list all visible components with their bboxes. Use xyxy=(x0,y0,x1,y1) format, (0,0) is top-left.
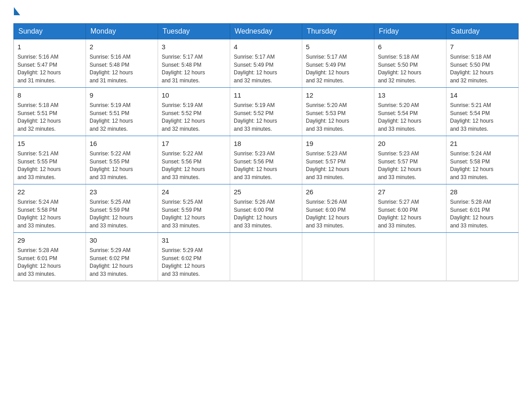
calendar-cell: 18 Sunrise: 5:23 AMSunset: 5:56 PMDaylig… xyxy=(230,136,302,184)
day-info: Sunrise: 5:19 AMSunset: 5:52 PMDaylight:… xyxy=(162,102,205,132)
day-info: Sunrise: 5:22 AMSunset: 5:55 PMDaylight:… xyxy=(90,150,133,180)
day-number: 25 xyxy=(234,187,298,197)
calendar-cell: 17 Sunrise: 5:22 AMSunset: 5:56 PMDaylig… xyxy=(158,136,230,184)
day-number: 18 xyxy=(234,139,298,148)
day-info: Sunrise: 5:25 AMSunset: 5:59 PMDaylight:… xyxy=(162,199,205,229)
calendar-cell: 21 Sunrise: 5:24 AMSunset: 5:58 PMDaylig… xyxy=(446,136,519,184)
calendar-cell: 11 Sunrise: 5:19 AMSunset: 5:52 PMDaylig… xyxy=(230,88,302,136)
day-number: 17 xyxy=(162,139,226,148)
day-info: Sunrise: 5:28 AMSunset: 6:01 PMDaylight:… xyxy=(450,199,493,229)
calendar-cell: 30 Sunrise: 5:29 AMSunset: 6:02 PMDaylig… xyxy=(86,233,158,281)
logo-arrow-icon xyxy=(14,7,20,15)
calendar-cell: 25 Sunrise: 5:26 AMSunset: 6:00 PMDaylig… xyxy=(230,184,302,233)
calendar-week-2: 8 Sunrise: 5:18 AMSunset: 5:51 PMDayligh… xyxy=(14,88,519,136)
day-info: Sunrise: 5:17 AMSunset: 5:49 PMDaylight:… xyxy=(234,54,277,84)
calendar-header-row: SundayMondayTuesdayWednesdayThursdayFrid… xyxy=(14,24,519,39)
calendar-header-thursday: Thursday xyxy=(302,24,374,39)
day-number: 29 xyxy=(17,235,82,245)
day-info: Sunrise: 5:23 AMSunset: 5:57 PMDaylight:… xyxy=(378,150,421,180)
day-info: Sunrise: 5:17 AMSunset: 5:49 PMDaylight:… xyxy=(306,54,349,84)
page-header xyxy=(13,9,519,14)
day-info: Sunrise: 5:18 AMSunset: 5:51 PMDaylight:… xyxy=(17,102,61,132)
day-info: Sunrise: 5:24 AMSunset: 5:58 PMDaylight:… xyxy=(450,150,493,180)
calendar-cell: 6 Sunrise: 5:18 AMSunset: 5:50 PMDayligh… xyxy=(374,39,446,88)
calendar-cell: 27 Sunrise: 5:27 AMSunset: 6:00 PMDaylig… xyxy=(374,184,446,233)
day-info: Sunrise: 5:21 AMSunset: 5:55 PMDaylight:… xyxy=(17,150,61,180)
day-info: Sunrise: 5:16 AMSunset: 5:48 PMDaylight:… xyxy=(90,54,133,84)
calendar-table: SundayMondayTuesdayWednesdayThursdayFrid… xyxy=(13,23,519,281)
calendar-cell: 4 Sunrise: 5:17 AMSunset: 5:49 PMDayligh… xyxy=(230,39,302,88)
day-info: Sunrise: 5:24 AMSunset: 5:58 PMDaylight:… xyxy=(17,199,61,229)
calendar-cell: 26 Sunrise: 5:26 AMSunset: 6:00 PMDaylig… xyxy=(302,184,374,233)
calendar-cell: 31 Sunrise: 5:29 AMSunset: 6:02 PMDaylig… xyxy=(158,233,230,281)
day-info: Sunrise: 5:23 AMSunset: 5:57 PMDaylight:… xyxy=(306,150,349,180)
calendar-cell: 1 Sunrise: 5:16 AMSunset: 5:47 PMDayligh… xyxy=(14,39,86,88)
day-info: Sunrise: 5:25 AMSunset: 5:59 PMDaylight:… xyxy=(90,199,133,229)
day-number: 1 xyxy=(17,42,82,51)
day-number: 5 xyxy=(306,42,370,51)
day-number: 7 xyxy=(450,42,515,51)
day-info: Sunrise: 5:22 AMSunset: 5:56 PMDaylight:… xyxy=(162,150,205,180)
calendar-cell: 22 Sunrise: 5:24 AMSunset: 5:58 PMDaylig… xyxy=(14,184,86,233)
calendar-cell: 2 Sunrise: 5:16 AMSunset: 5:48 PMDayligh… xyxy=(86,39,158,88)
day-info: Sunrise: 5:20 AMSunset: 5:53 PMDaylight:… xyxy=(306,102,349,132)
calendar-cell: 10 Sunrise: 5:19 AMSunset: 5:52 PMDaylig… xyxy=(158,88,230,136)
day-number: 2 xyxy=(90,42,154,51)
calendar-cell: 13 Sunrise: 5:20 AMSunset: 5:54 PMDaylig… xyxy=(374,88,446,136)
calendar-cell xyxy=(374,233,446,281)
day-number: 6 xyxy=(378,42,442,51)
day-number: 11 xyxy=(234,90,298,100)
day-info: Sunrise: 5:18 AMSunset: 5:50 PMDaylight:… xyxy=(378,54,421,84)
day-number: 23 xyxy=(90,187,154,197)
calendar-week-1: 1 Sunrise: 5:16 AMSunset: 5:47 PMDayligh… xyxy=(14,39,519,88)
calendar-header-saturday: Saturday xyxy=(446,24,519,39)
day-number: 8 xyxy=(17,90,82,100)
calendar-cell: 14 Sunrise: 5:21 AMSunset: 5:54 PMDaylig… xyxy=(446,88,519,136)
calendar-cell: 7 Sunrise: 5:18 AMSunset: 5:50 PMDayligh… xyxy=(446,39,519,88)
day-number: 19 xyxy=(306,139,370,148)
day-info: Sunrise: 5:16 AMSunset: 5:47 PMDaylight:… xyxy=(17,54,61,84)
day-info: Sunrise: 5:21 AMSunset: 5:54 PMDaylight:… xyxy=(450,102,493,132)
calendar-cell xyxy=(230,233,302,281)
day-number: 16 xyxy=(90,139,154,148)
day-info: Sunrise: 5:19 AMSunset: 5:51 PMDaylight:… xyxy=(90,102,133,132)
day-number: 14 xyxy=(450,90,515,100)
day-number: 12 xyxy=(306,90,370,100)
calendar-header-monday: Monday xyxy=(86,24,158,39)
day-number: 10 xyxy=(162,90,226,100)
day-info: Sunrise: 5:29 AMSunset: 6:02 PMDaylight:… xyxy=(162,247,205,277)
calendar-cell: 9 Sunrise: 5:19 AMSunset: 5:51 PMDayligh… xyxy=(86,88,158,136)
calendar-cell xyxy=(446,233,519,281)
calendar-cell: 20 Sunrise: 5:23 AMSunset: 5:57 PMDaylig… xyxy=(374,136,446,184)
day-number: 21 xyxy=(450,139,515,148)
day-number: 3 xyxy=(162,42,226,51)
day-number: 30 xyxy=(90,235,154,245)
day-number: 31 xyxy=(162,235,226,245)
day-info: Sunrise: 5:20 AMSunset: 5:54 PMDaylight:… xyxy=(378,102,421,132)
calendar-cell: 16 Sunrise: 5:22 AMSunset: 5:55 PMDaylig… xyxy=(86,136,158,184)
day-number: 28 xyxy=(450,187,515,197)
day-info: Sunrise: 5:18 AMSunset: 5:50 PMDaylight:… xyxy=(450,54,493,84)
logo xyxy=(13,9,20,14)
day-info: Sunrise: 5:26 AMSunset: 6:00 PMDaylight:… xyxy=(306,199,349,229)
calendar-cell: 15 Sunrise: 5:21 AMSunset: 5:55 PMDaylig… xyxy=(14,136,86,184)
day-number: 27 xyxy=(378,187,442,197)
calendar-header-sunday: Sunday xyxy=(14,24,86,39)
calendar-cell xyxy=(302,233,374,281)
day-info: Sunrise: 5:27 AMSunset: 6:00 PMDaylight:… xyxy=(378,199,421,229)
calendar-cell: 24 Sunrise: 5:25 AMSunset: 5:59 PMDaylig… xyxy=(158,184,230,233)
day-info: Sunrise: 5:29 AMSunset: 6:02 PMDaylight:… xyxy=(90,247,133,277)
calendar-cell: 29 Sunrise: 5:28 AMSunset: 6:01 PMDaylig… xyxy=(14,233,86,281)
day-number: 24 xyxy=(162,187,226,197)
day-number: 4 xyxy=(234,42,298,51)
calendar-header-friday: Friday xyxy=(374,24,446,39)
calendar-week-3: 15 Sunrise: 5:21 AMSunset: 5:55 PMDaylig… xyxy=(14,136,519,184)
day-info: Sunrise: 5:28 AMSunset: 6:01 PMDaylight:… xyxy=(17,247,61,277)
calendar-cell: 19 Sunrise: 5:23 AMSunset: 5:57 PMDaylig… xyxy=(302,136,374,184)
calendar-week-4: 22 Sunrise: 5:24 AMSunset: 5:58 PMDaylig… xyxy=(14,184,519,233)
day-number: 22 xyxy=(17,187,82,197)
day-info: Sunrise: 5:17 AMSunset: 5:48 PMDaylight:… xyxy=(162,54,205,84)
day-number: 13 xyxy=(378,90,442,100)
calendar-cell: 23 Sunrise: 5:25 AMSunset: 5:59 PMDaylig… xyxy=(86,184,158,233)
calendar-header-tuesday: Tuesday xyxy=(158,24,230,39)
